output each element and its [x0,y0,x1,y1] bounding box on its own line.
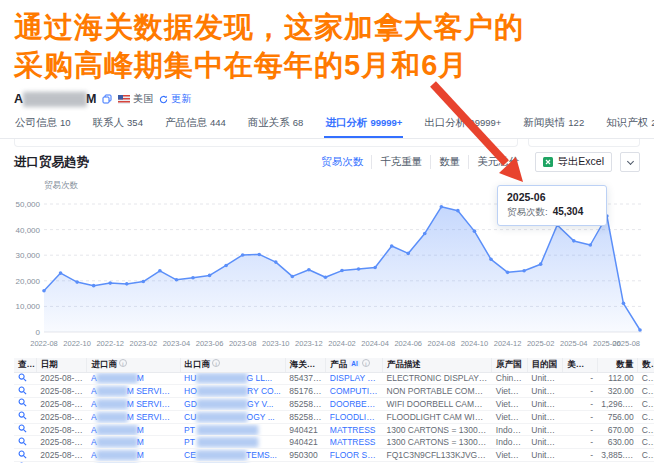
ai-badge: AI [349,360,360,367]
importer-link[interactable]: A████████M [87,436,180,449]
exporter-link[interactable]: PT ████████████ [180,423,285,436]
refresh-icon [159,95,168,104]
usd-total-cell: - [563,398,597,411]
description-cell: 1300 CARTONS = 1300 PIECES OF MATTRES... [383,436,492,449]
refresh-button[interactable]: 更新 [159,92,191,106]
tab-count: 10 [60,117,71,128]
importer-link[interactable]: A██████M SERVICES [87,410,180,423]
product-link[interactable]: DOORBELL CAMERA [326,398,383,411]
col-header-数量单位: 数量单位 [638,358,654,372]
importer-link[interactable]: A████████M [87,372,180,385]
info-icon [212,359,220,367]
table-row: 2025-08-03A██████M SERVICESGD██████████G… [14,398,654,411]
product-link[interactable]: FLOODLIGHT CAM [326,410,383,423]
magnifier-icon[interactable] [18,450,27,459]
quantity-cell: 756.00 [597,410,638,423]
exporter-redacted: ██████████ [197,386,247,396]
shipments-table: 查看日期进口商出口商海关编码产品AI产品描述原产国目的国美元总价数量数量单位 2… [14,358,654,463]
headline-line2: 采购高峰期集中在每年的5月和6月 [14,46,640,84]
metric-toggle-千克重量[interactable]: 千克重量 [371,155,430,169]
view-cell [14,385,36,398]
magnifier-icon[interactable] [18,398,27,407]
svg-text:10,000: 10,000 [16,302,41,311]
magnifier-icon[interactable] [18,386,27,395]
svg-text:40,000: 40,000 [16,226,41,235]
metric-toggle-美元总价[interactable]: 美元总价 [468,155,527,169]
magnifier-icon[interactable] [18,437,27,446]
cutoff-card [528,139,640,147]
description-cell: FLOODLIGHT CAM WIRED PRCKNIGHT US B... [383,410,492,423]
section-title: 进口贸易趋势 [14,154,89,171]
importer-redacted: ████████ [97,373,137,383]
importer-redacted: ██████ [97,412,127,422]
importer-link[interactable]: A████████M [87,449,180,462]
tab-出口分析[interactable]: 出口分析99999+ [423,112,502,138]
importer-link[interactable]: A██████M SERVICES [87,398,180,411]
quantity-cell: 630.00 [597,436,638,449]
company-name-redacted: ████████ [23,92,86,106]
importer-link[interactable]: A████████M [87,423,180,436]
product-link[interactable]: MATTRESS [326,423,383,436]
tab-label: 知识产权 [606,116,648,130]
exporter-redacted: ██████████ [196,373,246,383]
quantity-cell: 1,296.00 [597,398,638,411]
chart-tooltip: 2025-06 贸易次数:45,304 [497,185,607,226]
tab-label: 产品信息 [165,116,207,130]
company-country: 美国 [118,92,153,106]
trend-section-header: 进口贸易趋势 贸易次数千克重量数量美元总价 导出Excel [0,147,654,172]
tab-商业关系[interactable]: 商业关系68 [247,112,305,138]
shipments-table-wrap: 查看日期进口商出口商海关编码产品AI产品描述原产国目的国美元总价数量数量单位 2… [14,358,654,463]
tab-联系人[interactable]: 联系人354 [92,112,144,138]
tab-知识产权[interactable]: 知识产权254 [605,112,654,138]
origin-country-cell: China (M... [492,372,527,385]
export-excel-button[interactable]: 导出Excel [535,152,612,172]
tab-label: 商业关系 [248,116,290,130]
exporter-redacted: ████████████ [197,425,257,435]
metric-toggle-数量[interactable]: 数量 [430,155,468,169]
exporter-link[interactable]: CU██████████OGY ... [180,410,285,423]
exporter-link[interactable]: PT ████████████ [180,436,285,449]
tab-新闻舆情[interactable]: 新闻舆情122 [522,112,585,138]
magnifier-icon[interactable] [18,373,27,382]
col-header-产品: 产品AI [326,358,383,372]
description-cell: 1300 CARTONS = 1300 PIECES OF MATTRES... [383,423,492,436]
company-bar: A████████M 美国 更新 [0,84,654,108]
svg-text:2024-02: 2024-02 [328,339,356,348]
origin-country-cell: Vietnam [492,385,527,398]
product-link[interactable]: FLOOR SEAT+3 [326,449,383,462]
exporter-link[interactable]: HO██████████RY CO... [180,385,285,398]
importer-link[interactable]: A██████M SERVICES [87,385,180,398]
product-link[interactable]: MATTRESS [326,436,383,449]
svg-text:2023-12: 2023-12 [295,339,323,348]
metric-toggle-bar: 贸易次数千克重量数量美元总价 [313,155,527,169]
info-icon [362,359,370,367]
tab-公司信息[interactable]: 公司信息10 [14,112,72,138]
copy-icon[interactable] [102,94,112,104]
export-options-button[interactable] [620,152,640,172]
tab-产品信息[interactable]: 产品信息444 [164,112,227,138]
tooltip-label: 贸易次数: [507,206,548,217]
usd-total-cell: - [563,372,597,385]
col-header-美元总价: 美元总价 [563,358,597,372]
svg-text:2025-02: 2025-02 [527,339,555,348]
exporter-link[interactable]: HU██████████G LL... [180,372,285,385]
usd-total-cell: - [563,423,597,436]
hs-code-cell: 950300 [285,449,326,462]
magnifier-icon[interactable] [18,424,27,433]
magnifier-icon[interactable] [18,411,27,420]
col-header-目的国: 目的国 [527,358,562,372]
tab-进口分析[interactable]: 进口分析99999+ [324,112,403,138]
metric-toggle-贸易次数[interactable]: 贸易次数 [313,155,371,169]
product-link[interactable]: DISPLAY DEVICE [326,372,383,385]
exporter-link[interactable]: CE██████████TEMS... [180,449,285,462]
hs-code-cell: 85258930 [285,398,326,411]
svg-text:2024-12: 2024-12 [494,339,522,348]
col-header-原产国: 原产国 [492,358,527,372]
col-header-数量: 数量 [597,358,638,372]
tab-count: 68 [293,117,304,128]
importer-redacted: ████████ [97,437,137,447]
col-header-进口商: 进口商 [87,358,180,372]
product-link[interactable]: COMPUTING DEVICE [326,385,383,398]
table-row: 2025-08-03A████████MCE██████████TEMS...9… [14,449,654,462]
exporter-link[interactable]: GD██████████GY V... [180,398,285,411]
